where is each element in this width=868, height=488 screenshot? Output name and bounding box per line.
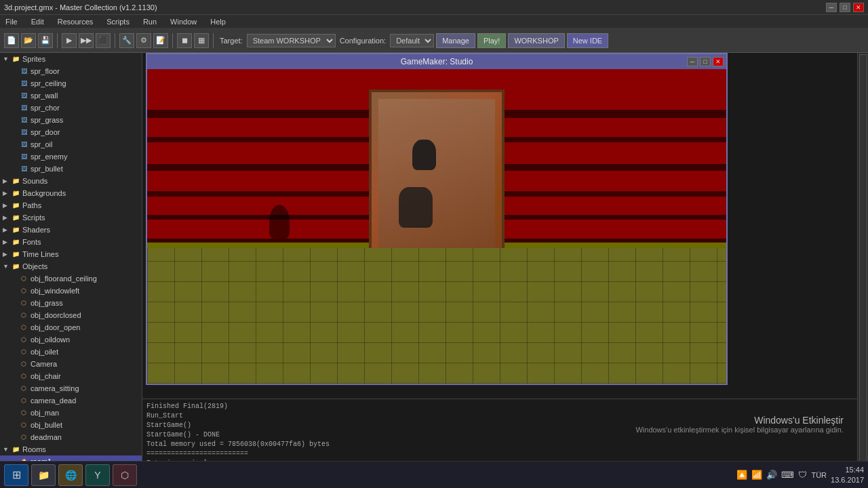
tree-icon-object: ⬡ bbox=[19, 420, 28, 430]
menu-item-window[interactable]: Window bbox=[167, 16, 199, 27]
menu-item-edit[interactable]: Edit bbox=[28, 16, 47, 27]
stop-button[interactable]: ⬛ bbox=[96, 33, 111, 48]
sidebar-item-6[interactable]: 🖼spr_door bbox=[0, 126, 142, 138]
game-window: GameMaker: Studio ─ □ ✕ bbox=[146, 53, 728, 385]
sidebar-item-29[interactable]: ⬡obj_man bbox=[0, 407, 142, 419]
sidebar-item-31[interactable]: ⬡deadman bbox=[0, 431, 142, 443]
sidebar-item-17[interactable]: ▼📁Objects bbox=[0, 260, 142, 272]
tree-label-21: obj_doorclosed bbox=[31, 311, 81, 319]
tray-icon-4[interactable]: 🛡 bbox=[798, 470, 807, 480]
tool5[interactable]: ▦ bbox=[194, 33, 209, 48]
save-button[interactable]: 💾 bbox=[38, 33, 53, 48]
output-line: Run_Start bbox=[146, 411, 853, 421]
run-button[interactable]: ▶ bbox=[62, 33, 77, 48]
sidebar-item-1[interactable]: 🖼spr_floor bbox=[0, 65, 142, 77]
sidebar-item-28[interactable]: ⬡camera_dead bbox=[0, 394, 142, 407]
sidebar-item-7[interactable]: 🖼spr_oil bbox=[0, 138, 142, 150]
sidebar-item-22[interactable]: ⬡obj_door_open bbox=[0, 321, 142, 333]
output-line: StartGame() - DONE bbox=[146, 430, 853, 440]
tool4[interactable]: ◼ bbox=[177, 33, 192, 48]
sidebar-item-27[interactable]: ⬡camera_sitting bbox=[0, 382, 142, 394]
sidebar-item-2[interactable]: 🖼spr_ceiling bbox=[0, 77, 142, 89]
sidebar-item-32[interactable]: ▼📁Rooms bbox=[0, 443, 142, 455]
sidebar-item-12[interactable]: ▶📁Paths bbox=[0, 199, 142, 211]
sidebar-item-15[interactable]: ▶📁Fonts bbox=[0, 236, 142, 248]
tree-icon-sprite: 🖼 bbox=[19, 103, 28, 113]
tree-label-24: obj_oilet bbox=[31, 348, 58, 356]
gw-close[interactable]: ✕ bbox=[713, 57, 724, 66]
tray-icon-1[interactable]: 🔼 bbox=[736, 470, 747, 480]
window-controls: ─ □ ✕ bbox=[826, 3, 864, 12]
sidebar-item-3[interactable]: 🖼spr_wall bbox=[0, 89, 142, 102]
close-button[interactable]: ✕ bbox=[853, 3, 864, 12]
sidebar-item-5[interactable]: 🖼spr_grass bbox=[0, 114, 142, 126]
tree-label-7: spr_oil bbox=[31, 140, 52, 148]
sidebar-item-10[interactable]: ▶📁Sounds bbox=[0, 175, 142, 187]
app-button[interactable]: ⬡ bbox=[113, 464, 137, 486]
vertical-scrollbar[interactable] bbox=[859, 54, 867, 476]
sidebar-item-4[interactable]: 🖼spr_chor bbox=[0, 102, 142, 114]
sidebar-item-30[interactable]: ⬡obj_bullet bbox=[0, 419, 142, 431]
tree-label-18: obj_floorand_ceiling bbox=[31, 274, 97, 283]
sidebar-item-0[interactable]: ▼📁Sprites bbox=[0, 53, 142, 65]
sidebar-item-8[interactable]: 🖼spr_enemy bbox=[0, 150, 142, 163]
tree-icon-folder: 📁 bbox=[11, 188, 20, 198]
menu-item-help[interactable]: Help bbox=[208, 16, 229, 27]
tool2[interactable]: ⚙ bbox=[136, 33, 151, 48]
tree-label-22: obj_door_open bbox=[31, 323, 80, 331]
sidebar-item-9[interactable]: 🖼spr_bullet bbox=[0, 163, 142, 175]
minimize-button[interactable]: ─ bbox=[826, 3, 837, 12]
menu-item-file[interactable]: File bbox=[3, 16, 20, 27]
yoyo-button[interactable]: Y bbox=[85, 464, 110, 486]
sidebar-item-14[interactable]: ▶📁Shaders bbox=[0, 224, 142, 236]
sidebar-item-19[interactable]: ⬡obj_windowleft bbox=[0, 285, 142, 297]
sidebar-item-20[interactable]: ⬡obj_grass bbox=[0, 297, 142, 309]
sidebar-item-16[interactable]: ▶📁Time Lines bbox=[0, 248, 142, 260]
target-dropdown[interactable]: Steam WORKSHOP bbox=[247, 34, 336, 47]
tool3[interactable]: 📝 bbox=[153, 33, 168, 48]
chrome-button[interactable]: 🌐 bbox=[58, 464, 83, 486]
tree-arrow-15: ▶ bbox=[3, 239, 9, 245]
tray-icon-3[interactable]: ⌨ bbox=[781, 470, 794, 480]
taskbar-right: 🔼 📶 🔊 ⌨ 🛡 TÜR 15:44 13.6.2017 bbox=[736, 465, 864, 485]
sidebar-item-23[interactable]: ⬡obj_oildown bbox=[0, 333, 142, 346]
gw-minimize[interactable]: ─ bbox=[687, 57, 698, 66]
sidebar-item-11[interactable]: ▶📁Backgrounds bbox=[0, 187, 142, 199]
run-debug-button[interactable]: ▶▶ bbox=[79, 33, 94, 48]
game-canvas[interactable] bbox=[147, 69, 726, 384]
tray-icon-sound[interactable]: 🔊 bbox=[766, 470, 777, 480]
tree-icon-sprite: 🖼 bbox=[19, 140, 28, 149]
tree-label-32: Rooms bbox=[22, 445, 46, 453]
gw-maximize[interactable]: □ bbox=[700, 57, 711, 66]
new-button[interactable]: 📄 bbox=[4, 33, 19, 48]
start-button[interactable]: ⊞ bbox=[4, 464, 28, 486]
sidebar-item-18[interactable]: ⬡obj_floorand_ceiling bbox=[0, 272, 142, 285]
play-button[interactable]: Play! bbox=[477, 33, 506, 48]
sidebar-item-26[interactable]: ⬡obj_chair bbox=[0, 370, 142, 382]
sidebar-item-24[interactable]: ⬡obj_oilet bbox=[0, 346, 142, 358]
tree-label-14: Shaders bbox=[22, 226, 50, 234]
dark-figure-2 bbox=[399, 187, 433, 228]
taskbar: ⊞ 📁 🌐 Y ⬡ 🔼 📶 🔊 ⌨ 🛡 TÜR 15:44 13.6.2017 bbox=[0, 461, 868, 488]
tool1[interactable]: 🔧 bbox=[119, 33, 134, 48]
tree-label-16: Time Lines bbox=[22, 250, 58, 258]
tree-icon-folder: 📁 bbox=[11, 54, 20, 64]
separator-4 bbox=[213, 33, 214, 48]
configuration-dropdown[interactable]: Default bbox=[390, 34, 434, 47]
file-explorer-button[interactable]: 📁 bbox=[31, 464, 56, 486]
dark-figure-1 bbox=[412, 140, 436, 170]
workshop-button[interactable]: WORKSHOP bbox=[508, 33, 564, 48]
maximize-button[interactable]: □ bbox=[840, 3, 850, 12]
new-ide-button[interactable]: New IDE bbox=[567, 33, 608, 48]
menu-item-resources[interactable]: Resources bbox=[55, 16, 96, 27]
taskbar-language[interactable]: TÜR bbox=[811, 471, 827, 479]
menu-item-scripts[interactable]: Scripts bbox=[104, 16, 132, 27]
sidebar-item-25[interactable]: ⬡Camera bbox=[0, 358, 142, 370]
manage-button[interactable]: Manage bbox=[436, 33, 475, 48]
tray-icon-network[interactable]: 📶 bbox=[751, 470, 762, 480]
tree-icon-object: ⬡ bbox=[19, 359, 28, 369]
menu-item-run[interactable]: Run bbox=[140, 16, 159, 27]
open-button[interactable]: 📂 bbox=[21, 33, 36, 48]
sidebar-item-13[interactable]: ▶📁Scripts bbox=[0, 211, 142, 224]
sidebar-item-21[interactable]: ⬡obj_doorclosed bbox=[0, 309, 142, 321]
